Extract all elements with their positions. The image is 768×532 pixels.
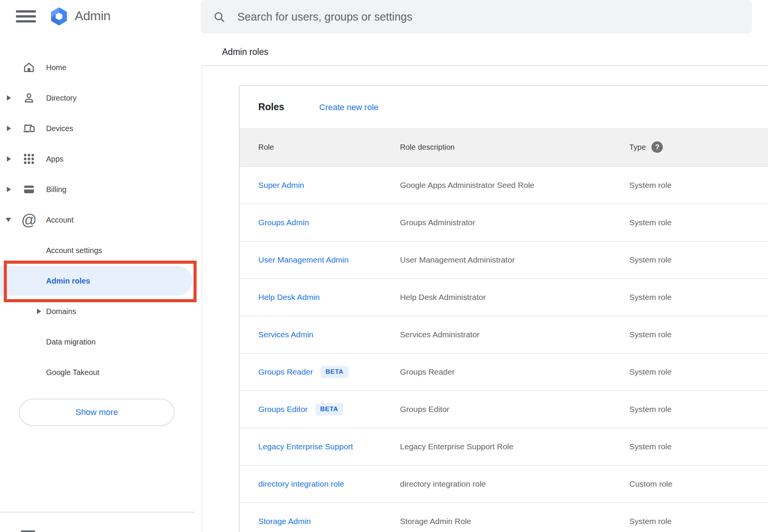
expand-arrow-icon[interactable] (37, 309, 41, 314)
sidebar-item-data-migration[interactable]: Data migration (0, 327, 202, 357)
role-description: Groups Editor (400, 405, 450, 414)
role-link[interactable]: Groups Admin (258, 218, 309, 227)
show-more-button[interactable]: Show more (19, 399, 174, 426)
apps-grid-icon (22, 152, 36, 166)
sidebar-item-label: Billing (46, 185, 66, 194)
role-description: Storage Admin Role (400, 517, 471, 526)
table-row: Help Desk AdminHelp Desk AdministratorSy… (240, 279, 768, 316)
table-row: Storage AdminStorage Admin RoleSystem ro… (240, 503, 768, 532)
devices-icon (22, 122, 36, 135)
sidebar-item-label: Directory (46, 94, 77, 103)
role-type: System role (629, 405, 672, 414)
table-row: Super AdminGoogle Apps Administrator See… (240, 167, 768, 204)
role-cell: Services Admin (258, 330, 314, 339)
product-name: Admin (75, 8, 110, 23)
role-type: System role (629, 293, 672, 302)
sidebar-item-label: Account settings (46, 246, 102, 255)
role-type: System role (629, 517, 672, 526)
menu-button[interactable] (16, 10, 36, 22)
role-type: System role (629, 367, 672, 377)
role-type: System role (629, 255, 672, 264)
sidebar-item-account[interactable]: @Account (0, 205, 202, 235)
sidebar-item-label: Devices (46, 124, 73, 133)
sidebar-item-devices[interactable]: Devices (0, 113, 202, 144)
role-type: System role (629, 218, 672, 227)
beta-badge: BETA (321, 366, 349, 378)
role-link[interactable]: Services Admin (258, 330, 314, 339)
role-description: Groups Reader (400, 367, 455, 377)
table-row: Legacy Enterprise SupportLegacy Enterpri… (240, 428, 768, 466)
role-description: Google Apps Administrator Seed Role (400, 181, 534, 190)
home-icon (22, 61, 36, 74)
expand-arrow-icon[interactable] (7, 187, 11, 192)
hamburger-icon (16, 10, 36, 22)
breadcrumb: Admin roles (222, 47, 268, 57)
sidebar-item-directory[interactable]: Directory (0, 83, 202, 113)
roles-card: Roles Create new role Role Role descript… (239, 85, 768, 532)
role-link[interactable]: directory integration role (258, 479, 344, 489)
role-cell: Storage Admin (258, 517, 311, 526)
sidebar-bottom-divider (0, 512, 194, 513)
collapse-arrow-icon[interactable] (6, 218, 11, 222)
role-cell: Legacy Enterprise Support (258, 442, 353, 451)
header-divider (202, 65, 768, 66)
sidebar-item-google-takeout[interactable]: Google Takeout (0, 357, 202, 388)
column-header-type: Type ? (629, 141, 663, 153)
expand-arrow-icon[interactable] (7, 156, 11, 162)
role-cell: Super Admin (258, 181, 304, 190)
sidebar-item-account-settings[interactable]: Account settings (0, 235, 202, 266)
role-type: System role (629, 330, 672, 339)
sidebar-item-label: Apps (46, 155, 64, 163)
column-header-role: Role (258, 143, 274, 152)
role-link[interactable]: Super Admin (258, 181, 304, 190)
role-description: directory integration role (400, 479, 486, 489)
search-bar[interactable] (201, 0, 752, 34)
table-row: User Management AdminUser Management Adm… (240, 242, 768, 279)
sidebar-item-label: Data migration (46, 338, 96, 346)
search-input[interactable] (237, 10, 726, 24)
role-link[interactable]: User Management Admin (258, 255, 349, 264)
role-cell: Groups EditorBETA (258, 403, 343, 415)
role-description: User Management Administrator (400, 255, 515, 264)
role-link[interactable]: Groups Editor (258, 405, 308, 414)
sidebar-item-label: Account (46, 216, 74, 224)
role-cell: directory integration role (258, 479, 344, 489)
sidebar-item-admin-roles[interactable]: Admin roles (0, 266, 202, 296)
sidebar-item-billing[interactable]: Billing (0, 174, 202, 205)
role-cell: Help Desk Admin (258, 293, 320, 302)
table-row: directory integration roledirectory inte… (240, 466, 768, 503)
at-sign-icon: @ (22, 213, 36, 227)
column-header-description: Role description (400, 143, 454, 152)
sidebar-item-domains[interactable]: Domains (0, 296, 202, 327)
table-body: Super AdminGoogle Apps Administrator See… (240, 167, 768, 532)
role-description: Legacy Enterprise Support Role (400, 442, 514, 451)
role-link[interactable]: Storage Admin (258, 517, 311, 526)
expand-arrow-icon[interactable] (7, 126, 11, 131)
sidebar-item-label: Google Takeout (46, 368, 99, 377)
help-icon[interactable]: ? (651, 141, 663, 153)
expand-arrow-icon[interactable] (7, 95, 11, 101)
role-cell: Groups Admin (258, 218, 309, 227)
table-row: Groups AdminGroups AdministratorSystem r… (240, 204, 768, 242)
role-description: Groups Administrator (400, 218, 475, 227)
role-cell: User Management Admin (258, 255, 349, 264)
sidebar-item-label: Domains (46, 307, 76, 316)
role-type: System role (629, 442, 672, 451)
role-cell: Groups ReaderBETA (258, 366, 349, 378)
role-type: Custom role (629, 479, 672, 489)
sidebar-item-home[interactable]: Home (0, 52, 202, 83)
clipped-icon (21, 530, 35, 532)
admin-logo-icon (49, 6, 69, 26)
create-new-role-link[interactable]: Create new role (319, 103, 378, 112)
table-row: Groups EditorBETAGroups EditorSystem rol… (240, 391, 768, 428)
role-link[interactable]: Legacy Enterprise Support (258, 442, 353, 451)
sidebar-item-apps[interactable]: Apps (0, 144, 202, 174)
role-link[interactable]: Groups Reader (258, 367, 313, 377)
sidebar-item-label: Home (46, 63, 66, 72)
selected-item-highlight (0, 266, 192, 296)
table-row: Services AdminServices AdministratorSyst… (240, 316, 768, 354)
role-description: Services Administrator (400, 330, 480, 339)
card-title: Roles (258, 101, 284, 112)
role-link[interactable]: Help Desk Admin (258, 293, 320, 302)
table-row: Groups ReaderBETAGroups ReaderSystem rol… (240, 354, 768, 391)
